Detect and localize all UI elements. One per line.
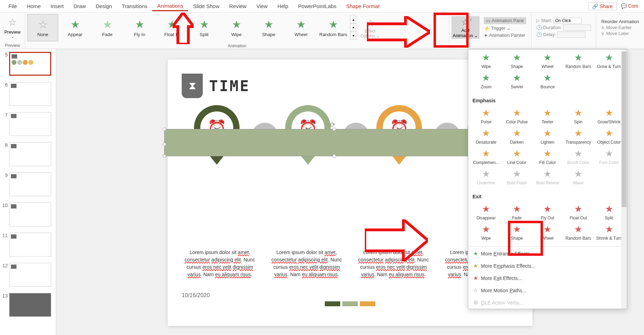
selected-shape[interactable]: ⟳ [164,129,501,156]
menu-view[interactable]: View [251,2,273,11]
menu-file[interactable]: File [4,2,22,11]
slide-thumb-11[interactable] [9,233,51,257]
star-icon: ★ [513,204,521,214]
slide-thumb-10[interactable] [9,203,51,226]
hourglass-icon: ⧗ [182,74,203,98]
menu-draw[interactable]: Draw [69,2,91,11]
resize-handle[interactable] [163,128,166,131]
animation-painter-button[interactable]: ✦Animation Painter [484,33,526,38]
anim-emphasis-objectcolor[interactable]: ★Object Color [594,127,624,146]
anim-emphasis-growshrink[interactable]: ★Grow/Shrink [594,106,624,126]
anim-flyin[interactable]: ★Fly In [124,14,155,41]
text-placeholder-2[interactable]: Lorem ipsum dolor sit amet, consectetur … [269,249,345,278]
star-icon: ★ [605,148,613,159]
slide-thumb-9[interactable] [9,172,51,196]
anim-entrance-randombars[interactable]: ★Random Bars [563,51,593,70]
anim-emphasis-desaturate[interactable]: ★Desaturate [471,127,501,146]
menu-design[interactable]: Design [91,2,117,11]
anim-exit-shrinkturn[interactable]: ★Shrink & Turn [594,223,624,242]
star-icon: ★ [513,148,521,159]
menu-slideshow[interactable]: Slide Show [188,2,224,11]
anim-exit-flyout[interactable]: ★Fly Out [532,202,563,222]
preview-button[interactable]: ☆ Preview ⌄ [2,16,23,39]
star-icon: ★ [473,250,478,257]
slide-thumb-8[interactable] [9,142,51,166]
animation-pane-button[interactable]: ▭Animation Pane [484,17,526,24]
comments-button[interactable]: 💬 Com [619,2,640,10]
star-icon: ★ [543,204,551,214]
anim-wheel[interactable]: ★Wheel [286,14,316,41]
anim-emphasis-transparency[interactable]: ★Transparency [563,127,593,146]
slide-title: TIME [209,77,250,95]
menu-insert[interactable]: Insert [46,2,69,11]
resize-handle[interactable] [333,154,336,158]
anim-exit-disappear[interactable]: ★Disappear [471,202,501,222]
anim-emphasis-complementary[interactable]: ★Complemen... [471,147,501,166]
star-icon: ★ [605,224,613,235]
slide-thumb-5[interactable] [9,52,51,76]
anim-emphasis-underline: ★Underline [471,167,501,187]
anim-fade[interactable]: ★Fade [92,14,123,41]
anim-emphasis-colorpulse[interactable]: ★Color Pulse [502,106,532,126]
anim-exit-wipe[interactable]: ★Wipe [471,223,501,242]
anim-entrance-zoom[interactable]: ★Zoom [471,71,501,91]
resize-handle[interactable] [163,154,166,158]
text-placeholder-1[interactable]: Lorem ipsum dolor sit amet, consectetur … [182,249,258,278]
start-select[interactable] [554,18,582,24]
anim-entrance-growturn[interactable]: ★Grow & Turn [594,51,624,70]
slide-thumb-7[interactable] [9,112,51,136]
anim-exit-randombars[interactable]: ★Random Bars [563,223,593,242]
clock-icon: 🕐 [536,25,542,30]
more-entrance-effects[interactable]: ★More Entrance Effects... [468,247,627,260]
star-icon: ★ [329,18,338,30]
slide-thumb-12[interactable] [9,263,51,287]
slide-thumb-6[interactable] [9,82,51,106]
anim-emphasis-lighten[interactable]: ★Lighten [532,127,563,146]
star-icon: ★ [135,18,145,30]
annotation-box-flyout [508,221,543,256]
more-emphasis-effects[interactable]: ★More Emphasis Effects... [468,260,627,272]
share-button[interactable]: 🔗 Share [588,2,616,10]
gallery-more[interactable]: ▴▾▾ [350,16,356,40]
anim-shape[interactable]: ★Shape [253,14,284,41]
ole-action-verbs: ⚙OLE Action Verbs... [468,296,627,309]
anim-entrance-wheel[interactable]: ★Wheel [532,51,563,70]
more-motion-paths[interactable]: ☆More Motion Paths... [468,284,627,296]
annotation-arrow-flyout [365,219,428,261]
menu-help[interactable]: Help [273,2,293,11]
anim-emphasis-linecolor[interactable]: ★Line Color [502,147,532,166]
menu-animations[interactable]: Animations [152,1,188,11]
anim-emphasis-teeter[interactable]: ★Teeter [532,106,563,126]
anim-entrance-swivel[interactable]: ★Swivel [502,71,532,91]
anim-appear[interactable]: ★Appear [60,14,90,41]
anim-entrance-wipe[interactable]: ★Wipe [471,51,501,70]
menu-home[interactable]: Home [22,2,46,11]
slide-thumb-13[interactable] [9,293,51,317]
menu-pptlabs[interactable]: PowerPointLabs [293,2,341,11]
menu-shapeformat[interactable]: Shape Format [341,2,384,11]
anim-emphasis-darken[interactable]: ★Darken [502,127,532,146]
star-icon: ☆ [2,16,23,28]
anim-entrance-shape[interactable]: ★Shape [502,51,532,70]
anim-exit-split[interactable]: ★Split [594,202,624,222]
resize-handle[interactable] [333,128,336,131]
anim-entrance-bounce[interactable]: ★Bounce [532,71,563,91]
anim-randombars[interactable]: ★Random Bars [318,14,349,41]
anim-none[interactable]: ☆None [27,14,58,41]
menu-transitions[interactable]: Transitions [117,2,152,11]
more-exit-effects[interactable]: ★More Exit Effects... [468,272,627,284]
star-icon: ★ [543,108,551,118]
star-icon: ★ [605,108,613,118]
anim-exit-fade[interactable]: ★Fade [502,202,532,222]
anim-exit-floatout[interactable]: ★Float Out [563,202,593,222]
trigger-button[interactable]: ⚡Trigger ⌄ [484,26,526,31]
dropdown-scrollbar[interactable] [621,49,627,309]
menu-review[interactable]: Review [224,2,251,11]
resize-handle[interactable] [163,143,166,146]
star-icon: ★ [574,169,582,179]
anim-wipe[interactable]: ★Wipe [221,14,252,41]
anim-emphasis-fillcolor[interactable]: ★Fill Color [532,147,563,166]
anim-emphasis-spin[interactable]: ★Spin [563,106,593,126]
annotation-arrow-animations-tab [173,13,194,44]
anim-emphasis-pulse[interactable]: ★Pulse [471,106,501,126]
